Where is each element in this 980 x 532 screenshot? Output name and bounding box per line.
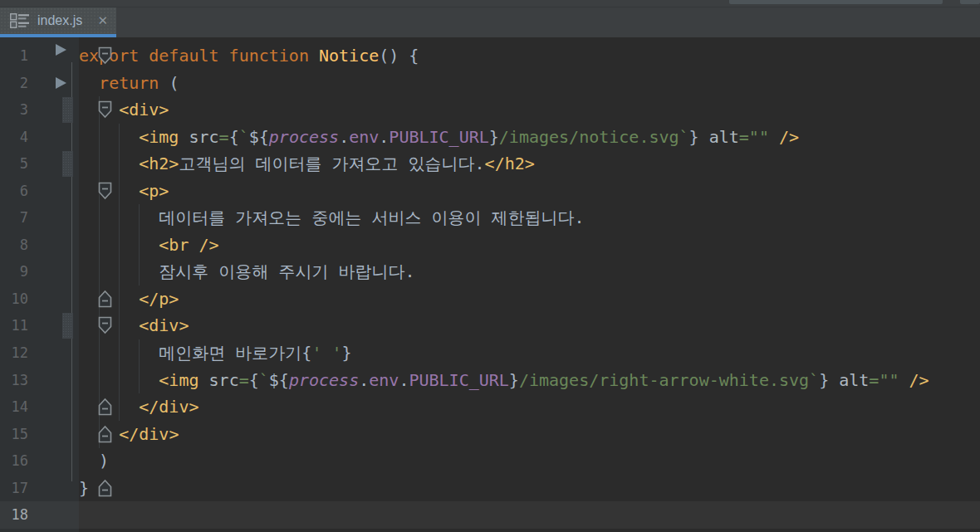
vcs-change-marker (62, 97, 73, 123)
fold-open-icon[interactable] (98, 46, 112, 65)
code-line[interactable]: <br /> (79, 232, 980, 259)
code-line[interactable]: <div> (79, 312, 980, 339)
vcs-change-marker (62, 313, 73, 339)
line-number[interactable]: 4 (0, 124, 33, 151)
code-line[interactable]: <img src={`${process.env.PUBLIC_URL}/ima… (79, 367, 980, 394)
line-number[interactable]: 9 (0, 258, 33, 286)
code-line-row: 14 </div> (0, 393, 980, 421)
tab-close-icon[interactable]: ✕ (97, 13, 108, 28)
code-line[interactable]: 메인화면 바로가기{' '} (79, 339, 980, 367)
code-line[interactable]: <div> (79, 96, 980, 124)
vcs-change-marker (62, 151, 73, 177)
editor-tab-bar: index.js ✕ (0, 7, 980, 37)
code-line-row: 15 </div> (0, 421, 980, 448)
gutter-cell (33, 124, 79, 151)
gutter-cell (33, 178, 79, 205)
gutter-cell (33, 96, 79, 124)
line-number[interactable]: 5 (0, 150, 33, 178)
code-line-row: 2 return ( (0, 70, 980, 97)
gutter-arrow-icon (56, 77, 66, 89)
gutter-cell (33, 70, 79, 97)
line-number[interactable]: 11 (0, 312, 33, 339)
titlebar (0, 0, 980, 7)
line-number[interactable]: 16 (0, 447, 33, 475)
line-number[interactable]: 1 (0, 42, 33, 70)
code-line-row: 17} (0, 475, 980, 502)
gutter-cell (33, 501, 79, 529)
gutter-cell (33, 475, 79, 502)
code-line-row: 3 <div> (0, 96, 980, 124)
gutter-cell (33, 286, 79, 313)
gutter-cell (33, 150, 79, 178)
code-line-row: 1export default function Notice() { (0, 42, 980, 70)
code-line[interactable] (79, 501, 980, 529)
code-line-row: 18 (0, 501, 980, 529)
tab-index-js[interactable]: index.js ✕ (0, 7, 116, 37)
tab-title: index.js (37, 13, 82, 28)
code-line-row: 5 <h2>고객님의 데이터를 가져오고 있습니다.</h2> (0, 150, 980, 178)
fold-close-icon[interactable] (98, 398, 112, 416)
code-line-row: 12 메인화면 바로가기{' '} (0, 339, 980, 367)
code-line[interactable]: } (79, 475, 980, 502)
code-line-row: 4 <img src={`${process.env.PUBLIC_URL}/i… (0, 124, 980, 151)
toolbar-button-fragment (729, 0, 943, 4)
code-line[interactable]: </div> (79, 393, 980, 421)
code-line-row: 6 <p> (0, 178, 980, 205)
fold-open-icon[interactable] (98, 182, 112, 200)
code-line-row: 13 <img src={`${process.env.PUBLIC_URL}/… (0, 367, 980, 394)
code-line[interactable]: 데이터를 가져오는 중에는 서비스 이용이 제한됩니다. (79, 204, 980, 232)
gutter-cell (33, 421, 79, 448)
ide-window: index.js ✕ 1export default function Noti… (0, 0, 980, 532)
line-number[interactable]: 2 (0, 70, 33, 97)
code-line[interactable]: <h2>고객님의 데이터를 가져오고 있습니다.</h2> (79, 150, 980, 178)
line-number[interactable]: 12 (0, 339, 33, 367)
gutter-cell (33, 312, 79, 339)
gutter-cell (33, 367, 79, 394)
line-number[interactable]: 7 (0, 204, 33, 232)
code-line-row: 9 잠시후 이용해 주시기 바랍니다. (0, 258, 980, 286)
code-line[interactable]: return ( (79, 70, 980, 97)
code-editor[interactable]: 1export default function Notice() {2 ret… (0, 37, 980, 532)
fold-open-icon[interactable] (98, 100, 112, 119)
line-number[interactable]: 13 (0, 367, 33, 394)
code-line-row: 7 데이터를 가져오는 중에는 서비스 이용이 제한됩니다. (0, 204, 980, 232)
gutter-cell (33, 232, 79, 259)
gutter-cell (33, 393, 79, 421)
fold-close-icon[interactable] (98, 425, 112, 443)
line-number[interactable]: 3 (0, 96, 33, 124)
gutter-cell (33, 42, 79, 70)
line-number[interactable]: 6 (0, 178, 33, 205)
js-file-icon (10, 12, 30, 29)
code-area: 1export default function Notice() {2 ret… (0, 37, 980, 529)
code-line[interactable]: export default function Notice() { (79, 42, 980, 70)
line-number[interactable]: 15 (0, 421, 33, 448)
toolbar-button-fragment (960, 0, 980, 4)
code-line-row: 11 <div> (0, 312, 980, 339)
code-line[interactable]: 잠시후 이용해 주시기 바랍니다. (79, 258, 980, 286)
gutter-cell (33, 204, 79, 232)
gutter-arrow-icon (56, 44, 66, 56)
code-line[interactable]: <p> (79, 178, 980, 205)
code-line[interactable]: <img src={`${process.env.PUBLIC_URL}/ima… (79, 124, 980, 151)
code-line[interactable]: </div> (79, 421, 980, 448)
line-number[interactable]: 10 (0, 286, 33, 313)
code-line[interactable]: </p> (79, 286, 980, 313)
fold-close-icon[interactable] (98, 479, 112, 497)
line-number[interactable]: 14 (0, 393, 33, 421)
gutter-cell (33, 258, 79, 286)
code-line-row: 8 <br /> (0, 232, 980, 259)
line-number[interactable]: 8 (0, 232, 33, 259)
line-number[interactable]: 18 (0, 501, 33, 529)
code-line-row: 16 ) (0, 447, 980, 475)
fold-close-icon[interactable] (98, 290, 112, 308)
gutter-cell (33, 447, 79, 475)
line-number[interactable]: 17 (0, 475, 33, 502)
fold-open-icon[interactable] (98, 316, 112, 334)
gutter-cell (33, 339, 79, 367)
code-line[interactable]: ) (79, 447, 980, 475)
code-line-row: 10 </p> (0, 286, 980, 313)
